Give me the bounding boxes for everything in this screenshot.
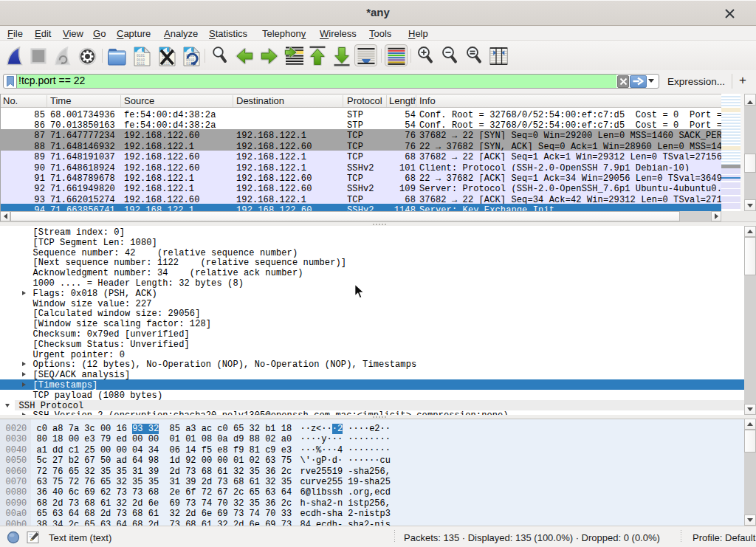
svg-text:0111: 0111 [137,62,145,66]
svg-text:0101: 0101 [137,54,145,58]
svg-text:0110: 0110 [137,58,145,62]
